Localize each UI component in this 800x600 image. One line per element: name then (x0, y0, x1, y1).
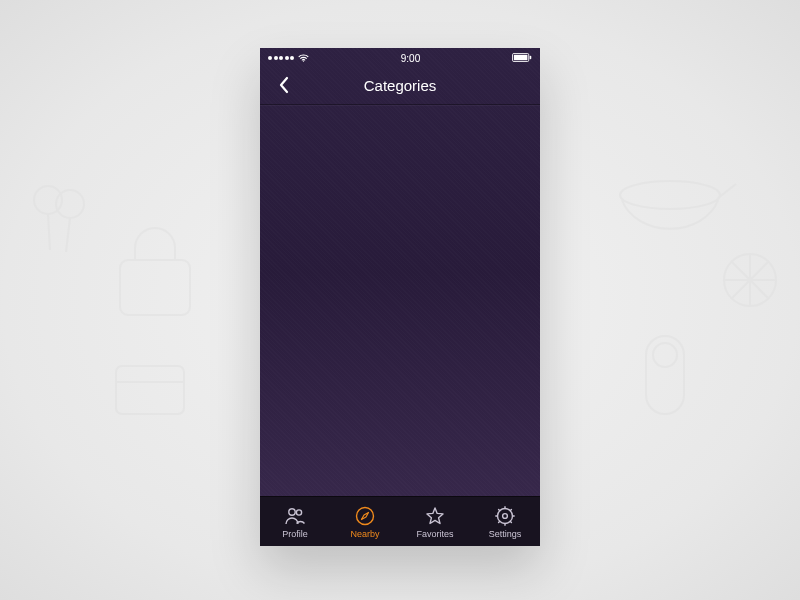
tab-profile[interactable]: Profile (260, 497, 330, 546)
bg-switch-icon (640, 330, 690, 420)
svg-point-9 (303, 60, 304, 61)
svg-point-15 (357, 507, 374, 524)
tab-label: Nearby (350, 529, 379, 539)
gear-icon (495, 506, 515, 526)
page-title: Categories (260, 77, 540, 94)
svg-point-13 (289, 508, 295, 514)
tab-label: Settings (489, 529, 522, 539)
svg-rect-12 (530, 55, 532, 59)
tab-nearby[interactable]: Nearby (330, 497, 400, 546)
svg-rect-7 (646, 336, 684, 414)
header-divider (260, 104, 540, 105)
svg-point-3 (620, 181, 720, 209)
star-icon (425, 506, 445, 526)
wifi-icon (298, 54, 309, 62)
tab-settings[interactable]: Settings (470, 497, 540, 546)
svg-rect-11 (514, 54, 528, 59)
svg-point-17 (503, 513, 508, 518)
bg-wheel-icon (720, 250, 780, 310)
tab-favorites[interactable]: Favorites (400, 497, 470, 546)
navigation-bar: Categories (260, 66, 540, 104)
back-button[interactable] (270, 71, 298, 99)
svg-rect-5 (116, 366, 184, 414)
bg-lock-icon (100, 210, 210, 330)
phone-screen: 9:00 Categories (260, 48, 540, 546)
svg-point-14 (296, 509, 301, 514)
tab-bar: Profile Nearby Favorites (260, 496, 540, 546)
svg-point-8 (653, 343, 677, 367)
content-area[interactable] (260, 105, 540, 496)
compass-icon (355, 506, 375, 526)
bg-pot-icon (600, 160, 740, 260)
bg-card-icon (110, 360, 190, 420)
signal-strength-icon (268, 56, 294, 60)
profile-icon (284, 506, 306, 526)
status-bar: 9:00 (260, 48, 540, 66)
tab-label: Profile (282, 529, 308, 539)
battery-icon (512, 53, 532, 62)
svg-point-1 (56, 190, 84, 218)
tab-label: Favorites (416, 529, 453, 539)
svg-rect-2 (120, 260, 190, 315)
chevron-left-icon (278, 76, 290, 94)
status-time: 9:00 (401, 53, 420, 64)
bg-balloons-icon (30, 180, 90, 270)
